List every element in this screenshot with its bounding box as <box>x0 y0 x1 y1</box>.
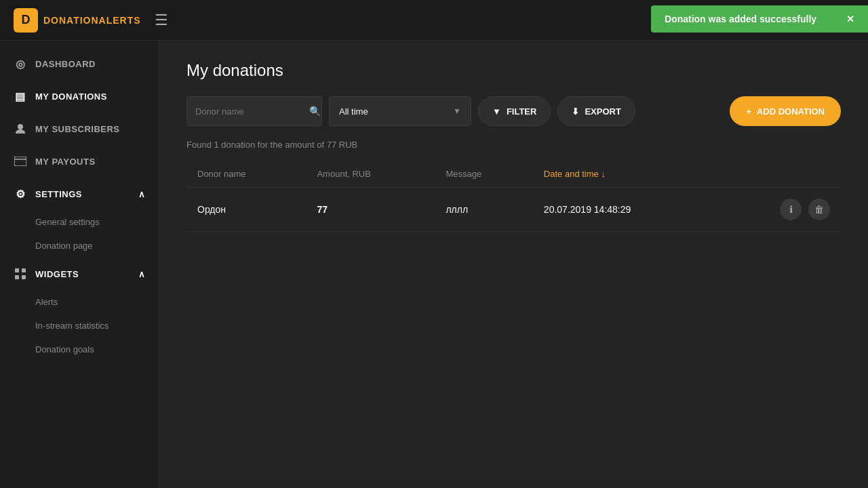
sidebar-item-label-my-subscribers: MY SUBSCRIBERS <box>35 124 120 134</box>
cell-date-time: 20.07.2019 14:48:29 <box>533 188 718 232</box>
cell-message: лллл <box>435 188 532 232</box>
sidebar-settings-subitems: General settings Donation page <box>0 210 159 258</box>
toast-message: Donation was added successfully <box>665 14 816 24</box>
topbar: D DONATIONALERTS ☰ Bala... U ▾ 🔔 Donatio… <box>0 0 868 41</box>
delete-button[interactable]: 🗑 <box>808 199 830 220</box>
svg-rect-1 <box>14 157 26 166</box>
svg-rect-6 <box>22 275 26 279</box>
sidebar-item-alerts[interactable]: Alerts <box>0 290 159 314</box>
sidebar-item-label-my-payouts: MY PAYOUTS <box>35 157 96 167</box>
search-input[interactable] <box>195 106 309 117</box>
sidebar-settings-label: SETTINGS <box>35 189 82 199</box>
cell-amount: 77 <box>306 188 435 232</box>
time-filter-chevron-icon: ▼ <box>453 106 461 116</box>
sidebar-item-donation-page[interactable]: Donation page <box>0 234 159 258</box>
logo-icon: D <box>14 8 38 33</box>
sidebar-widgets-label: WIDGETS <box>35 269 79 279</box>
page-title: My donations <box>186 61 841 80</box>
content-area: My donations 🔍 All time ▼ ▼ FILTER ⬇ EXP… <box>159 41 868 488</box>
sidebar-item-donation-goals[interactable]: Donation goals <box>0 338 159 361</box>
dashboard-icon: ◎ <box>14 57 27 70</box>
sidebar-widgets-subitems: Alerts In-stream statistics Donation goa… <box>0 290 159 361</box>
my-subscribers-icon <box>14 122 27 136</box>
svg-rect-3 <box>15 268 19 272</box>
filter-icon: ▼ <box>492 106 501 117</box>
export-button[interactable]: ⬇ EXPORT <box>557 96 635 126</box>
add-label: ADD DONATION <box>757 106 825 117</box>
sidebar-widgets-header[interactable]: WIDGETS ∧ <box>0 258 159 290</box>
sidebar-settings-header[interactable]: ⚙ SETTINGS ∧ <box>0 178 159 210</box>
col-header-donor-name: Donor name <box>186 161 306 188</box>
col-header-amount: Amount, RUB <box>306 161 435 188</box>
filter-button[interactable]: ▼ FILTER <box>478 96 551 126</box>
search-box: 🔍 <box>186 96 322 126</box>
my-donations-icon: ▤ <box>14 89 27 103</box>
filter-label: FILTER <box>507 106 537 117</box>
add-donation-button[interactable]: + ADD DONATION <box>730 96 841 126</box>
settings-icon: ⚙ <box>14 187 27 201</box>
export-icon: ⬇ <box>572 106 579 117</box>
sidebar-item-in-stream-statistics[interactable]: In-stream statistics <box>0 314 159 338</box>
widgets-chevron-icon: ∧ <box>138 269 146 279</box>
sidebar-item-general-settings[interactable]: General settings <box>0 210 159 234</box>
sidebar-item-label-my-donations: MY DONATIONS <box>35 92 107 102</box>
sidebar: ◎ DASHBOARD ▤ MY DONATIONS MY SUBSCRIBER… <box>0 41 159 488</box>
toast-notification: Donation was added successfully ✕ <box>651 5 868 33</box>
hamburger-icon[interactable]: ☰ <box>155 12 168 29</box>
sidebar-item-my-subscribers[interactable]: MY SUBSCRIBERS <box>0 113 159 145</box>
topbar-left: D DONATIONALERTS ☰ <box>14 8 168 33</box>
export-label: EXPORT <box>585 106 620 117</box>
results-info: Found 1 donation for the amount of 77 RU… <box>186 140 841 150</box>
sidebar-settings-left: ⚙ SETTINGS <box>14 187 82 201</box>
widgets-icon <box>14 267 27 281</box>
time-filter-select[interactable]: All time ▼ <box>329 96 471 126</box>
sidebar-widgets-left: WIDGETS <box>14 267 79 281</box>
svg-rect-5 <box>15 275 19 279</box>
logo: D DONATIONALERTS <box>14 8 141 33</box>
table-row: Ордон 77 лллл 20.07.2019 14:48:29 ℹ 🗑 <box>186 188 841 232</box>
sidebar-item-dashboard[interactable]: ◎ DASHBOARD <box>0 47 159 80</box>
cell-donor-name: Ордон <box>186 188 306 232</box>
sidebar-item-my-payouts[interactable]: MY PAYOUTS <box>0 145 159 178</box>
main-layout: ◎ DASHBOARD ▤ MY DONATIONS MY SUBSCRIBER… <box>0 41 868 488</box>
table-header-row: Donor name Amount, RUB Message Date and … <box>186 161 841 188</box>
cell-actions: ℹ 🗑 <box>718 188 841 232</box>
toast-close-icon[interactable]: ✕ <box>846 14 854 24</box>
sidebar-item-label-dashboard: DASHBOARD <box>35 59 96 69</box>
settings-chevron-icon: ∧ <box>138 189 146 199</box>
donations-table: Donor name Amount, RUB Message Date and … <box>186 161 841 232</box>
svg-point-0 <box>18 124 23 129</box>
logo-text: DONATIONALERTS <box>43 15 141 26</box>
svg-rect-4 <box>22 268 26 272</box>
col-header-actions <box>718 161 841 188</box>
time-filter-label: All time <box>339 106 368 117</box>
col-header-message: Message <box>435 161 532 188</box>
search-icon: 🔍 <box>309 106 321 117</box>
col-header-date-time[interactable]: Date and time ↓ <box>533 161 718 188</box>
toolbar: 🔍 All time ▼ ▼ FILTER ⬇ EXPORT + ADD DON… <box>186 96 841 126</box>
sidebar-item-my-donations[interactable]: ▤ MY DONATIONS <box>0 80 159 113</box>
my-payouts-icon <box>14 155 27 168</box>
info-button[interactable]: ℹ <box>780 199 802 220</box>
add-icon: + <box>746 106 751 117</box>
